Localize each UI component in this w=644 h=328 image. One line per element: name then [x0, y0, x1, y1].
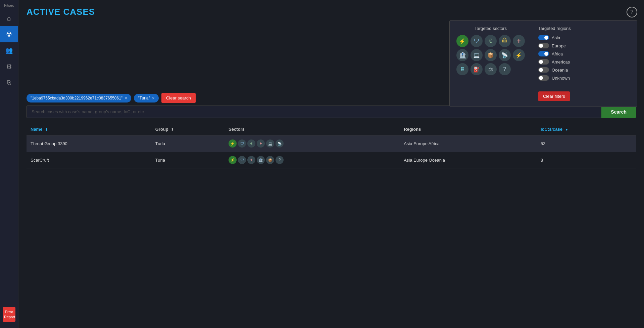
cases-table-body: Threat Group 3390 Turla ⚡ 🛡 € + 💻 📡 Asia…	[27, 135, 636, 168]
row1-group: Turla	[151, 135, 225, 152]
row1-name: Threat Group 3390	[27, 135, 151, 152]
sector-signal[interactable]: 📡	[499, 49, 511, 61]
sector-finance[interactable]: €	[485, 35, 497, 47]
region-asia-label: Asia	[552, 35, 560, 40]
region-unknown[interactable]: Unknown	[538, 75, 571, 81]
row2-name: ScarCruft	[27, 152, 151, 168]
search-tag-turla-value: "Turla"	[138, 96, 150, 100]
sector-health[interactable]: +	[513, 35, 525, 47]
row1-sector-signal: 📡	[276, 139, 284, 148]
row1-ioc-count: 53	[541, 141, 545, 146]
row1-sectors: ⚡ 🛡 € + 💻 📡	[225, 135, 400, 152]
sector-package[interactable]: 📦	[485, 49, 497, 61]
row2-sector-health: +	[247, 156, 255, 164]
filter-panel: Targeted sectors ⚡ 🛡 € 🏛 + 🏦 💻 📦 📡 ⚡ 🖥 ⛽…	[449, 20, 637, 107]
row2-sector-energy: ⚡	[229, 156, 237, 164]
region-asia[interactable]: Asia	[538, 35, 571, 40]
cases-table: Name ⬍ Group ⬍ Sectors Regions IoC:s/cas	[27, 123, 636, 168]
sector-energy[interactable]: ⚡	[456, 35, 468, 47]
search-tag-turla: "Turla" ×	[134, 94, 159, 102]
targeted-sectors-section: Targeted sectors ⚡ 🛡 € 🏛 + 🏦 💻 📦 📡 ⚡ 🖥 ⛽…	[456, 26, 525, 101]
row1-sector-energy: ⚡	[229, 139, 237, 148]
sector-law[interactable]: ⚖	[485, 63, 497, 75]
help-button[interactable]: ?	[627, 7, 637, 17]
region-europe[interactable]: Europe	[538, 43, 571, 48]
col-name-sort-icon: ⬍	[45, 128, 48, 131]
sector-monitor[interactable]: 🖥	[456, 63, 468, 75]
sector-defense[interactable]: 🛡	[470, 35, 483, 47]
col-group-sort-icon: ⬍	[171, 128, 174, 131]
row2-regions: Asia Europe Oceania	[400, 152, 537, 168]
row2-group: Turla	[151, 152, 225, 168]
sidebar-bottom: ErrorReport	[0, 304, 18, 328]
search-button[interactable]: Search	[601, 106, 636, 118]
sidebar-item-actors[interactable]: 👥	[0, 42, 18, 58]
sidebar-item-home[interactable]: ⌂	[0, 10, 18, 26]
home-icon: ⌂	[7, 14, 11, 22]
region-oceania-toggle[interactable]	[538, 67, 549, 73]
row2-sector-defense: 🛡	[238, 156, 246, 164]
col-ioc[interactable]: IoC:s/case ▼	[537, 123, 636, 135]
remove-hash-tag-button[interactable]: ×	[125, 95, 127, 101]
row2-sector-unknown: ?	[276, 156, 284, 164]
row1-regions: Asia Europe Africa	[400, 135, 537, 152]
search-tag-hash-value: "1eba9755cbada3d300b2219962e71c083765506…	[31, 96, 122, 100]
region-americas-toggle[interactable]	[538, 59, 549, 65]
region-africa[interactable]: Africa	[538, 51, 571, 56]
region-asia-toggle[interactable]	[538, 35, 549, 40]
search-tag-hash: "1eba9755cbada3d300b2219962e71c083765506…	[27, 94, 131, 102]
sidebar-item-export[interactable]: ⎘	[0, 75, 18, 91]
region-africa-toggle[interactable]	[538, 51, 549, 56]
error-report-button[interactable]: ErrorReport	[3, 307, 15, 322]
row2-ioc: 8	[537, 152, 636, 168]
region-europe-toggle[interactable]	[538, 43, 549, 48]
targeted-sectors-label: Targeted sectors	[456, 26, 525, 31]
row2-sectors: ⚡ 🛡 + 🏦 📦 ?	[225, 152, 400, 168]
targeted-regions-section: Targeted regions Asia Europe Africa Amer…	[538, 26, 571, 101]
col-name[interactable]: Name ⬍	[27, 123, 151, 135]
region-americas[interactable]: Americas	[538, 59, 571, 65]
table-row[interactable]: ScarCruft Turla ⚡ 🛡 + 🏦 📦 ? Asia Europe …	[27, 152, 636, 168]
clear-search-button[interactable]: Clear search	[161, 93, 196, 103]
search-input[interactable]	[27, 106, 601, 118]
search-row: Search	[27, 106, 636, 118]
sector-unknown[interactable]: ?	[499, 63, 511, 75]
region-africa-label: Africa	[552, 51, 563, 56]
col-group[interactable]: Group ⬍	[151, 123, 225, 135]
sector-icons-grid: ⚡ 🛡 € 🏛 + 🏦 💻 📦 📡 ⚡ 🖥 ⛽ ⚖ ?	[456, 35, 525, 75]
clear-filters-button[interactable]: Clear filters	[538, 91, 570, 101]
region-unknown-label: Unknown	[552, 76, 570, 81]
export-icon: ⎘	[7, 79, 11, 86]
row1-sector-health: +	[257, 139, 265, 148]
row1-sector-finance: €	[247, 139, 255, 148]
row1-sector-it: 💻	[266, 139, 274, 148]
row2-sector-package: 📦	[266, 156, 274, 164]
col-ioc-sort-icon: ▼	[565, 128, 568, 131]
sector-bank[interactable]: 🏦	[456, 49, 468, 61]
region-list: Asia Europe Africa Americas Oceania	[538, 35, 571, 81]
sector-gas[interactable]: ⛽	[470, 63, 483, 75]
sidebar-item-settings[interactable]: ⚙	[0, 58, 18, 75]
col-regions: Regions	[400, 123, 537, 135]
sector-government[interactable]: 🏛	[499, 35, 511, 47]
col-regions-label: Regions	[404, 127, 421, 132]
col-ioc-label: IoC:s/case	[541, 127, 562, 132]
brand-label: Fitsec	[0, 0, 18, 10]
sector-power[interactable]: ⚡	[513, 49, 525, 61]
remove-turla-tag-button[interactable]: ×	[152, 95, 155, 101]
col-group-label: Group	[155, 127, 168, 132]
sector-it[interactable]: 💻	[470, 49, 483, 61]
col-name-label: Name	[31, 127, 42, 132]
main-content: ACTIVE CASES ? Targeted sectors ⚡ 🛡 € 🏛 …	[18, 0, 644, 328]
region-europe-label: Europe	[552, 43, 566, 48]
region-unknown-toggle[interactable]	[538, 75, 549, 81]
targeted-regions-label: Targeted regions	[538, 26, 571, 31]
row2-ioc-count: 8	[541, 158, 543, 163]
region-oceania[interactable]: Oceania	[538, 67, 571, 73]
sidebar: Fitsec ⌂ ☢ 👥 ⚙ ⎘ ErrorReport	[0, 0, 18, 328]
row1-ioc: 53	[537, 135, 636, 152]
region-oceania-label: Oceania	[552, 68, 568, 73]
table-row[interactable]: Threat Group 3390 Turla ⚡ 🛡 € + 💻 📡 Asia…	[27, 135, 636, 152]
row1-sector-defense: 🛡	[238, 139, 246, 148]
sidebar-item-threat[interactable]: ☢	[0, 26, 18, 42]
